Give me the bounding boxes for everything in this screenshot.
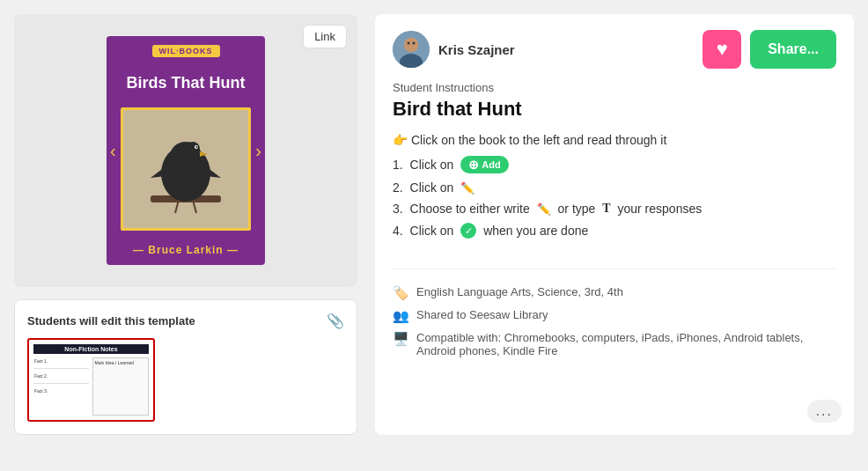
- pencil-icon-step3: ✏️: [537, 202, 551, 216]
- avatar-image: [393, 31, 430, 68]
- step-3-number: 3.: [393, 202, 403, 216]
- thumbnail-row: Fact 1. Fact 2. Fact 3. Main Idea / Lear…: [33, 357, 149, 416]
- check-icon: ✓: [460, 223, 476, 239]
- activity-title: Bird that Hunt: [393, 98, 836, 121]
- meta-shared-text: Shared to Seesaw Library: [416, 308, 548, 321]
- step-3: 3. Choose to either write ✏️ or type T y…: [393, 202, 836, 216]
- tag-icon: 🏷️: [393, 285, 409, 301]
- step-4-prefix: Click on: [407, 224, 458, 238]
- add-badge-text: Add: [482, 159, 500, 170]
- step-1-prefix: Click on: [407, 158, 458, 172]
- people-icon: 👥: [393, 308, 409, 324]
- step-4: 4. Click on ✓ when you are done: [393, 223, 836, 239]
- action-buttons: ♥ Share...: [702, 30, 836, 69]
- thumbnail-fact-1: Fact 1.: [33, 357, 89, 364]
- computer-icon: 🖥️: [393, 331, 409, 347]
- step-2: 2. Click on ✏️: [393, 180, 836, 195]
- thumbnail-fact-3: Fact 3.: [33, 387, 89, 394]
- divider: [393, 269, 836, 269]
- step-4-suffix: when you are done: [480, 224, 588, 238]
- intro-text: Click on the book to the left and read t…: [411, 133, 666, 147]
- thumbnail-left: Fact 1. Fact 2. Fact 3.: [33, 357, 89, 416]
- svg-point-14: [404, 38, 418, 52]
- heart-button[interactable]: ♥: [702, 30, 741, 69]
- book-nav-right[interactable]: ›: [255, 141, 261, 161]
- intro-line: 👉 Click on the book to the left and read…: [393, 133, 836, 147]
- user-row: Kris Szajner ♥ Share...: [393, 30, 836, 69]
- thumbnail-fact-2: Fact 2.: [33, 372, 89, 379]
- instructions-list: 1. Click on ⊕ Add 2. Click on ✏️ 3. Choo…: [393, 156, 836, 239]
- template-thumbnail: Non-Fiction Notes Fact 1. Fact 2. Fact 3…: [27, 338, 155, 422]
- type-icon: T: [602, 202, 610, 216]
- step-4-number: 4.: [393, 224, 403, 238]
- arrow-emoji: 👉: [393, 133, 408, 147]
- share-button[interactable]: Share...: [750, 30, 836, 69]
- book-nav-left[interactable]: ‹: [110, 141, 116, 161]
- svg-point-3: [186, 142, 200, 156]
- thumbnail-column-label: Main Idea / Learned: [93, 358, 149, 367]
- meta-section: 🏷️ English Language Arts, Science, 3rd, …: [393, 260, 836, 357]
- add-badge-plus: ⊕: [468, 158, 479, 172]
- pencil-icon-step2: ✏️: [460, 181, 474, 195]
- svg-point-16: [413, 42, 416, 45]
- step-3-suffix: your responses: [614, 202, 702, 216]
- student-instructions-label: Student Instructions: [393, 81, 836, 94]
- meta-tags-text: English Language Arts, Science, 3rd, 4th: [416, 285, 623, 298]
- template-card: Students will edit this template 📎 Non-F…: [14, 299, 357, 435]
- step-3-text: Choose to either write: [407, 202, 533, 216]
- meta-shared: 👥 Shared to Seesaw Library: [393, 308, 836, 324]
- book-cover: WIL·BOOKS Birds That Hunt: [107, 36, 265, 265]
- thumbnail-header: Non-Fiction Notes: [33, 344, 149, 354]
- meta-compatible-text: Compatible with: Chromebooks, computers,…: [416, 331, 836, 357]
- bird-image: [142, 121, 230, 217]
- thumbnail-right: Main Idea / Learned: [92, 357, 150, 416]
- paperclip-icon: 📎: [327, 313, 344, 329]
- step-2-number: 2.: [393, 180, 403, 195]
- svg-point-15: [408, 42, 410, 45]
- link-button[interactable]: Link: [303, 25, 347, 48]
- step-3-or: or type: [555, 202, 600, 216]
- svg-point-6: [196, 146, 198, 148]
- step-2-prefix: Click on: [407, 180, 458, 195]
- more-button[interactable]: ...: [807, 400, 842, 423]
- left-panel: Link WIL·BOOKS Birds That Hunt: [14, 14, 357, 435]
- right-panel: Kris Szajner ♥ Share... Student Instruct…: [375, 14, 854, 435]
- add-badge: ⊕ Add: [460, 156, 508, 173]
- template-header: Students will edit this template 📎: [27, 313, 344, 329]
- meta-tags: 🏷️ English Language Arts, Science, 3rd, …: [393, 285, 836, 301]
- book-author: — Bruce Larkin —: [133, 244, 239, 256]
- meta-compatible: 🖥️ Compatible with: Chromebooks, compute…: [393, 331, 836, 357]
- book-title: Birds That Hunt: [127, 74, 246, 93]
- template-title: Students will edit this template: [27, 314, 195, 327]
- user-name: Kris Szajner: [438, 42, 515, 57]
- book-image: [121, 107, 251, 231]
- avatar: [393, 31, 430, 68]
- step-1-number: 1.: [393, 158, 403, 172]
- book-card: Link WIL·BOOKS Birds That Hunt: [14, 14, 357, 287]
- step-1: 1. Click on ⊕ Add: [393, 156, 836, 173]
- book-logo: WIL·BOOKS: [152, 45, 220, 57]
